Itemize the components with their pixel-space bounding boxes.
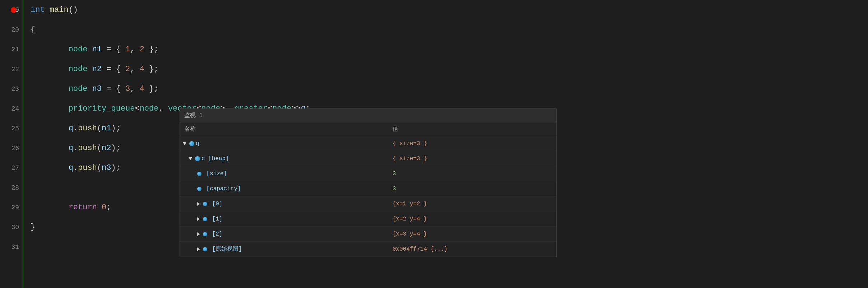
watch-value-cheap: { size=3 } xyxy=(388,155,556,162)
expand-icon-idx1[interactable] xyxy=(197,217,200,221)
line-numbers: 19 20 21 22 23 24 25 26 27 28 29 30 31 xyxy=(0,0,23,257)
watch-row-raw[interactable]: [原始视图] 0x004ff714 {...} xyxy=(180,242,556,257)
token-main: main xyxy=(50,5,69,14)
expand-icon-idx2[interactable] xyxy=(197,232,200,236)
token-brace-open: { xyxy=(31,25,35,34)
line-number-28: 28 xyxy=(0,178,23,198)
code-area: int main () { node n1 = { 1 , 2 }; xyxy=(23,0,868,288)
expand-icon-cheap[interactable] xyxy=(189,157,192,160)
sphere-icon-q xyxy=(189,141,194,146)
gutter: 19 20 21 22 23 24 25 26 27 28 29 30 31 xyxy=(0,0,23,288)
line-number-20: 20 xyxy=(0,20,23,40)
watch-label-raw: [原始视图] xyxy=(209,245,242,253)
watch-name-cheap: c [heap] xyxy=(180,155,388,162)
watch-col-value-header: 值 xyxy=(388,125,556,133)
watch-label-cheap: c [heap] xyxy=(201,155,229,162)
line-number-29: 29 xyxy=(0,198,23,217)
watch-row-cheap[interactable]: c [heap] { size=3 } xyxy=(180,151,556,166)
watch-row-capacity[interactable]: [capacity] 3 xyxy=(180,181,556,196)
watch-value-idx2: {x=3 y=4 } xyxy=(388,231,556,237)
watch-name-raw: [原始视图] xyxy=(180,245,388,253)
watch-row-size[interactable]: [size] 3 xyxy=(180,166,556,181)
watch-value-raw: 0x004ff714 {...} xyxy=(388,246,556,252)
watch-value-size: 3 xyxy=(388,171,556,177)
watch-row-q[interactable]: q { size=3 } xyxy=(180,136,556,151)
watch-value-q: { size=3 } xyxy=(388,140,556,147)
watch-label-capacity: [capacity] xyxy=(203,186,241,192)
watch-name-idx0: [0] xyxy=(180,201,388,207)
line-number-31: 31 xyxy=(0,237,23,257)
line-number-24: 24 xyxy=(0,99,23,119)
watch-value-idx1: {x=2 y=4 } xyxy=(388,216,556,222)
watch-name-size: [size] xyxy=(180,171,388,177)
watch-label-idx0: [0] xyxy=(209,201,222,207)
line-number-26: 26 xyxy=(0,138,23,158)
editor-container: 19 20 21 22 23 24 25 26 27 28 29 30 31 i… xyxy=(0,0,868,288)
watch-row-idx0[interactable]: [0] {x=1 y=2 } xyxy=(180,196,556,212)
expand-icon-idx0[interactable] xyxy=(197,202,200,206)
sphere-icon-size xyxy=(197,172,201,176)
sphere-icon-idx2 xyxy=(203,232,207,236)
sphere-icon-cheap xyxy=(195,156,200,161)
code-line-22: node n2 = { 2 , 4 }; xyxy=(31,59,868,79)
code-line-23: node n3 = { 3 , 4 }; xyxy=(31,79,868,99)
expand-icon-raw[interactable] xyxy=(197,247,200,251)
sphere-icon-capacity xyxy=(197,187,201,191)
code-line-20: { xyxy=(31,20,868,40)
breakpoint-dot xyxy=(11,7,17,13)
watch-panel-title: 监视 1 xyxy=(184,112,203,119)
watch-name-idx2: [2] xyxy=(180,231,388,237)
watch-row-idx1[interactable]: [1] {x=2 y=4 } xyxy=(180,212,556,227)
line-number-22: 22 xyxy=(0,59,23,79)
watch-name-idx1: [1] xyxy=(180,216,388,222)
token-space xyxy=(45,5,50,14)
watch-name-capacity: [capacity] xyxy=(180,186,388,192)
watch-row-idx2[interactable]: [2] {x=3 y=4 } xyxy=(180,227,556,242)
watch-label-idx2: [2] xyxy=(209,231,222,237)
sphere-icon-idx1 xyxy=(203,217,207,221)
watch-label-size: [size] xyxy=(203,171,227,177)
code-line-19: int main () xyxy=(31,0,868,20)
token-int: int xyxy=(31,5,45,14)
code-line-21: node n1 = { 1 , 2 }; xyxy=(31,40,868,59)
line-number-25: 25 xyxy=(0,119,23,138)
watch-columns-header: 名称 值 xyxy=(180,122,556,136)
line-number-27: 27 xyxy=(0,158,23,178)
watch-panel-header: 监视 1 xyxy=(180,109,556,122)
line-number-23: 23 xyxy=(0,79,23,99)
expand-icon-q[interactable] xyxy=(183,142,186,145)
line-number-21: 21 xyxy=(0,40,23,59)
token-parens: () xyxy=(69,5,78,14)
sphere-icon-raw xyxy=(203,247,207,251)
watch-value-idx0: {x=1 y=2 } xyxy=(388,201,556,207)
watch-value-capacity: 3 xyxy=(388,186,556,192)
token-n1: n1 xyxy=(92,45,102,54)
watch-name-q: q xyxy=(180,140,388,147)
watch-label-idx1: [1] xyxy=(209,216,222,222)
watch-label-q: q xyxy=(196,140,199,147)
watch-panel: 监视 1 名称 值 q { size=3 } c [h xyxy=(180,108,557,257)
sphere-icon-idx0 xyxy=(203,202,207,206)
watch-col-name-header: 名称 xyxy=(180,125,388,133)
token-node1: node xyxy=(69,45,88,54)
line-number-30: 30 xyxy=(0,217,23,237)
